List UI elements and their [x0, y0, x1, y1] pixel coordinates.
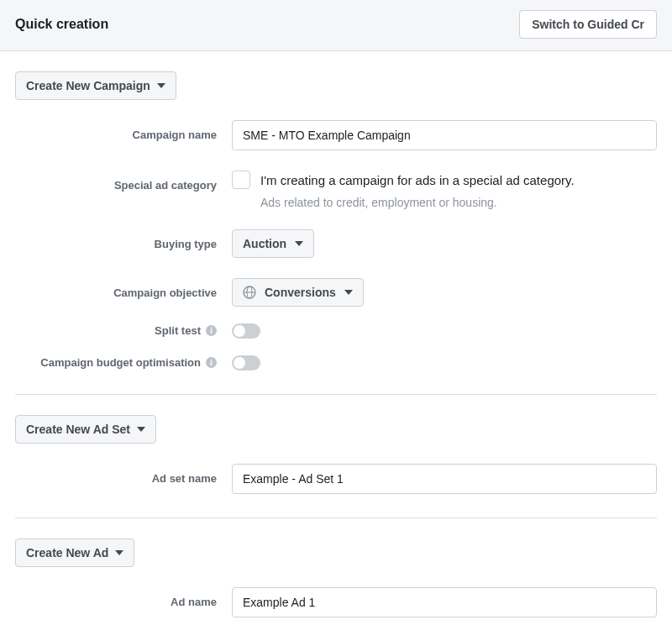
svg-rect-5 [211, 328, 213, 329]
caret-down-icon [157, 83, 165, 88]
split-test-toggle[interactable] [232, 323, 260, 339]
buying-type-select[interactable]: Auction [232, 229, 314, 258]
adset-name-label: Ad set name [152, 472, 217, 485]
svg-rect-7 [211, 362, 213, 366]
info-icon[interactable] [206, 325, 217, 336]
caret-down-icon [137, 427, 145, 432]
create-new-campaign-label: Create New Campaign [26, 79, 150, 92]
campaign-section: Create New Campaign Campaign name Specia… [15, 51, 657, 379]
ad-name-label: Ad name [171, 596, 217, 608]
ad-name-row: Ad name [15, 587, 657, 617]
ad-section: Create New Ad Ad name [15, 518, 657, 626]
ad-name-input[interactable] [232, 587, 657, 617]
caret-down-icon [115, 550, 123, 555]
adset-name-input[interactable] [232, 464, 657, 494]
adset-section: Create New Ad Set Ad set name [15, 395, 657, 502]
campaign-name-input[interactable] [232, 120, 657, 150]
special-ad-category-label: Special ad category [114, 179, 217, 192]
special-ad-category-text: I'm creating a campaign for ads in a spe… [260, 173, 575, 187]
budget-optimisation-row: Campaign budget optimisation [15, 354, 657, 370]
switch-to-guided-button[interactable]: Switch to Guided Cr [519, 10, 657, 39]
globe-icon [243, 286, 256, 299]
page-title: Quick creation [15, 17, 108, 32]
buying-type-value: Auction [243, 237, 286, 250]
campaign-name-row: Campaign name [15, 120, 657, 150]
budget-optimisation-label: Campaign budget optimisation [40, 356, 217, 369]
create-new-ad-dropdown[interactable]: Create New Ad [15, 539, 134, 567]
campaign-objective-row: Campaign objective Conversions [15, 278, 657, 307]
buying-type-row: Buying type Auction [15, 229, 657, 258]
campaign-name-label: Campaign name [133, 129, 217, 141]
caret-down-icon [295, 241, 303, 246]
adset-name-row: Ad set name [15, 464, 657, 494]
campaign-objective-select[interactable]: Conversions [232, 278, 364, 307]
toggle-knob [234, 325, 245, 337]
campaign-objective-value: Conversions [265, 286, 336, 299]
budget-optimisation-toggle[interactable] [232, 355, 260, 370]
caret-down-icon [344, 290, 353, 295]
special-ad-category-checkbox[interactable] [232, 171, 250, 189]
info-icon[interactable] [206, 357, 217, 368]
split-test-label: Split test [155, 324, 217, 337]
create-new-ad-label: Create New Ad [26, 546, 108, 560]
create-new-campaign-dropdown[interactable]: Create New Campaign [15, 71, 176, 100]
svg-rect-4 [211, 330, 213, 334]
svg-rect-8 [211, 360, 213, 361]
buying-type-label: Buying type [155, 238, 217, 250]
toggle-knob [234, 357, 245, 369]
header-bar: Quick creation Switch to Guided Cr [0, 0, 672, 51]
special-ad-category-row: Special ad category I'm creating a campa… [15, 171, 657, 209]
create-new-adset-dropdown[interactable]: Create New Ad Set [15, 415, 156, 444]
campaign-objective-label: Campaign objective [113, 286, 217, 299]
split-test-row: Split test [15, 322, 657, 339]
special-ad-category-helper: Ads related to credit, employment or hou… [260, 196, 657, 209]
create-new-adset-label: Create New Ad Set [26, 423, 130, 436]
content-area: Create New Campaign Campaign name Specia… [0, 51, 672, 641]
